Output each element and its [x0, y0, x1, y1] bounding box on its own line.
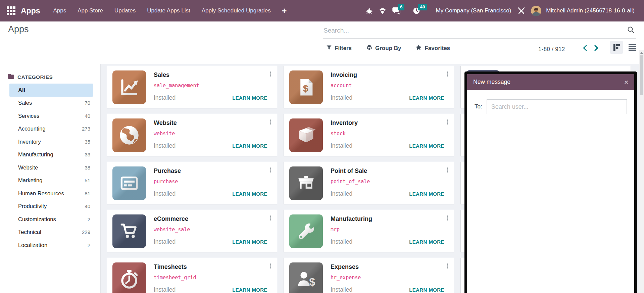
sidebar-item-inventory[interactable]: Inventory35: [9, 135, 93, 148]
voip-phone-icon[interactable]: [376, 0, 389, 21]
sidebar-item-manufacturing[interactable]: Manufacturing33: [9, 148, 93, 161]
chevron-left-icon[interactable]: [583, 45, 587, 52]
pagination: 1-80 / 912: [538, 46, 565, 53]
kebab-menu-icon[interactable]: [447, 215, 448, 217]
learn-more-link[interactable]: LEARN MORE: [409, 95, 444, 101]
app-technical-name[interactable]: timesheet_grid: [154, 275, 196, 281]
app-technical-name[interactable]: website: [154, 131, 175, 137]
learn-more-link[interactable]: LEARN MORE: [232, 191, 267, 197]
favorites-star-icon: [416, 45, 422, 52]
learn-more-link[interactable]: LEARN MORE: [409, 287, 444, 293]
tools-icon[interactable]: [514, 0, 528, 21]
installed-status: Installed: [154, 142, 176, 149]
learn-more-link[interactable]: LEARN MORE: [232, 95, 267, 101]
app-technical-name[interactable]: website_sale: [154, 227, 190, 233]
search-user-input[interactable]: [487, 99, 627, 114]
app-title: Timesheets: [154, 263, 187, 271]
categories-title: CATEGORIES: [17, 74, 53, 80]
avatar[interactable]: [531, 6, 541, 16]
app-card-footer: InstalledLEARN MORE: [154, 94, 267, 101]
learn-more-link[interactable]: LEARN MORE: [409, 143, 444, 149]
category-count: 40: [85, 113, 90, 119]
sidebar-item-customizations[interactable]: Customizations2: [9, 213, 93, 226]
learn-more-link[interactable]: LEARN MORE: [409, 191, 444, 197]
app-technical-name[interactable]: mrp: [331, 227, 340, 233]
dialog-body: To:: [467, 90, 634, 124]
kanban-view-button[interactable]: [610, 41, 623, 54]
category-count: 81: [85, 191, 90, 196]
navbar-menu-item[interactable]: App Store: [72, 0, 109, 21]
search-bar: [323, 24, 636, 39]
installed-status: Installed: [154, 238, 176, 245]
sidebar-item-all[interactable]: All: [9, 84, 93, 97]
close-icon[interactable]: ×: [624, 79, 628, 86]
user-menu[interactable]: Mitchell Admin (24566718-16-0-all): [543, 7, 638, 14]
learn-more-link[interactable]: LEARN MORE: [232, 143, 267, 149]
learn-more-link[interactable]: LEARN MORE: [232, 239, 267, 245]
kebab-menu-icon[interactable]: [447, 119, 448, 121]
app-title: Manufacturing: [331, 215, 372, 223]
navbar-menu-item[interactable]: Apps: [48, 0, 72, 21]
activities-icon[interactable]: 40: [410, 0, 432, 21]
sidebar-item-localization[interactable]: Localization2: [9, 239, 93, 252]
app-card: Salessale_managementInstalledLEARN MORE: [107, 66, 277, 108]
category-count: 229: [82, 229, 90, 235]
filters-button[interactable]: Filters: [327, 45, 352, 52]
kebab-menu-icon[interactable]: [447, 71, 448, 73]
sidebar-item-marketing[interactable]: Marketing51: [9, 174, 93, 187]
group-by-icon: [366, 45, 372, 52]
app-card: eCommercewebsite_saleInstalledLEARN MORE: [107, 210, 277, 252]
app-brand[interactable]: Apps: [21, 6, 40, 15]
navbar-menu-item[interactable]: Updates: [109, 0, 141, 21]
app-card-footer: InstalledLEARN MORE: [331, 238, 444, 245]
app-technical-name[interactable]: account: [331, 83, 352, 89]
scroll-up-icon[interactable]: [640, 52, 643, 54]
favorites-button[interactable]: Favorites: [416, 45, 450, 52]
page-scrollbar[interactable]: [639, 50, 644, 293]
search-icon[interactable]: [627, 26, 635, 35]
kebab-menu-icon[interactable]: [447, 167, 448, 169]
company-switcher[interactable]: My Company (San Francisco): [433, 7, 515, 14]
learn-more-link[interactable]: LEARN MORE: [409, 239, 444, 245]
category-count: 33: [85, 152, 90, 157]
app-technical-name[interactable]: stock: [331, 131, 346, 137]
app-technical-name[interactable]: point_of_sale: [331, 179, 370, 185]
category-list: AllSales70Services40Accounting273Invento…: [0, 84, 100, 252]
app-technical-name[interactable]: purchase: [154, 179, 178, 185]
sidebar-item-accounting[interactable]: Accounting273: [9, 123, 93, 136]
sidebar-item-website[interactable]: Website38: [9, 161, 93, 174]
filters-label: Filters: [335, 45, 352, 52]
kebab-menu-icon[interactable]: [270, 263, 271, 265]
dialog-header[interactable]: New message ×: [467, 74, 634, 90]
sidebar-item-sales[interactable]: Sales70: [9, 97, 93, 110]
sidebar-item-human-resources[interactable]: Human Resources81: [9, 187, 93, 200]
kebab-menu-icon[interactable]: [270, 119, 271, 121]
scrollbar-thumb[interactable]: [640, 55, 643, 95]
category-label: Services: [18, 113, 39, 119]
kebab-menu-icon[interactable]: [270, 71, 271, 73]
app-technical-name[interactable]: hr_expense: [331, 275, 361, 281]
navbar-menu-item[interactable]: Apply Scheduled Upgrades: [196, 0, 277, 21]
kebab-menu-icon[interactable]: [270, 167, 271, 169]
chevron-right-icon[interactable]: [594, 45, 599, 52]
category-count: 70: [85, 100, 90, 106]
sidebar-item-productivity[interactable]: Productivity40: [9, 200, 93, 213]
filter-icon: [327, 45, 332, 52]
page-title: Apps: [8, 24, 29, 35]
search-input[interactable]: [323, 24, 636, 39]
apps-grid-icon[interactable]: [7, 6, 15, 15]
category-label: Manufacturing: [18, 151, 53, 158]
app-technical-name[interactable]: sale_management: [154, 83, 199, 89]
messages-icon[interactable]: 6: [389, 0, 410, 21]
sidebar-item-technical[interactable]: Technical229: [9, 226, 93, 239]
category-label: Marketing: [18, 177, 42, 184]
bug-icon[interactable]: [363, 0, 376, 21]
kebab-menu-icon[interactable]: [270, 215, 271, 217]
sidebar-item-services[interactable]: Services40: [9, 109, 93, 123]
group-by-button[interactable]: Group By: [366, 45, 401, 52]
navbar-menu-item[interactable]: Update Apps List: [141, 0, 196, 21]
list-view-button[interactable]: [626, 41, 639, 54]
kebab-menu-icon[interactable]: [447, 263, 448, 265]
learn-more-link[interactable]: LEARN MORE: [232, 287, 267, 293]
plus-icon[interactable]: +: [277, 1, 292, 21]
